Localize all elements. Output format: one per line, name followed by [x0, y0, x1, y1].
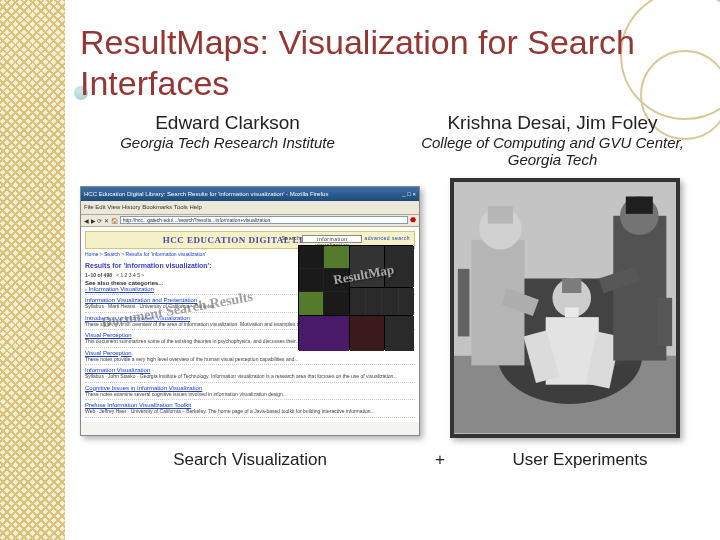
svg-rect-12	[488, 206, 513, 223]
user-experiment-photo	[450, 178, 680, 438]
result-item: Cognitive Issues in Information Visualiz…	[85, 383, 415, 401]
slide-left-border	[0, 0, 65, 540]
photo-illustration	[454, 182, 676, 433]
search-interface-screenshot: HCC Education Digital Library: Search Re…	[80, 186, 420, 436]
slide-content: ResultMaps: Visualization for Search Int…	[80, 22, 700, 520]
search-box: Search information visualization advance…	[282, 235, 410, 243]
author-left: Edward Clarkson Georgia Tech Research In…	[80, 112, 375, 168]
address-input: http://hcc...gatech.edu/.../search?resul…	[120, 216, 408, 224]
slide-title: ResultMaps: Visualization for Search Int…	[80, 22, 700, 104]
result-item: Information Visualization Syllabus · Joh…	[85, 365, 415, 383]
svg-rect-6	[562, 278, 581, 292]
authors-row: Edward Clarkson Georgia Tech Research In…	[80, 112, 700, 168]
resultmap-treemap	[298, 245, 413, 350]
window-controls: _ □ ×	[402, 191, 416, 197]
caption-plus: +	[420, 450, 460, 470]
author-right: Krishna Desai, Jim Foley College of Comp…	[405, 112, 700, 168]
author-name: Edward Clarkson	[80, 112, 375, 134]
svg-rect-19	[657, 297, 672, 345]
caption-left: Search Visualization	[80, 450, 420, 470]
browser-titlebar: HCC Education Digital Library: Search Re…	[81, 187, 419, 201]
author-name: Krishna Desai, Jim Foley	[405, 112, 700, 134]
author-affiliation: Georgia Tech Research Institute	[80, 134, 375, 151]
search-label: Search	[282, 235, 301, 243]
result-item: Prefuse Information Visualization Toolki…	[85, 400, 415, 418]
svg-rect-16	[626, 196, 653, 213]
svg-rect-7	[565, 307, 579, 317]
images-row: HCC Education Digital Library: Search Re…	[80, 186, 700, 438]
advanced-search-link: advanced search	[364, 235, 410, 243]
window-title-text: HCC Education Digital Library: Search Re…	[84, 191, 328, 197]
caption-right: User Experiments	[460, 450, 700, 470]
browser-address-bar: ◀ ▶ ⟳ ✕ 🏠 http://hcc...gatech.edu/.../se…	[81, 215, 419, 227]
author-affiliation: College of Computing and GVU Center, Geo…	[405, 134, 700, 168]
search-input: information visualization	[302, 235, 362, 243]
stop-icon: ⬣	[410, 216, 416, 224]
browser-toolbar: File Edit View History Bookmarks Tools H…	[81, 201, 419, 215]
svg-rect-18	[458, 268, 470, 336]
caption-row: Search Visualization + User Experiments	[80, 450, 700, 470]
